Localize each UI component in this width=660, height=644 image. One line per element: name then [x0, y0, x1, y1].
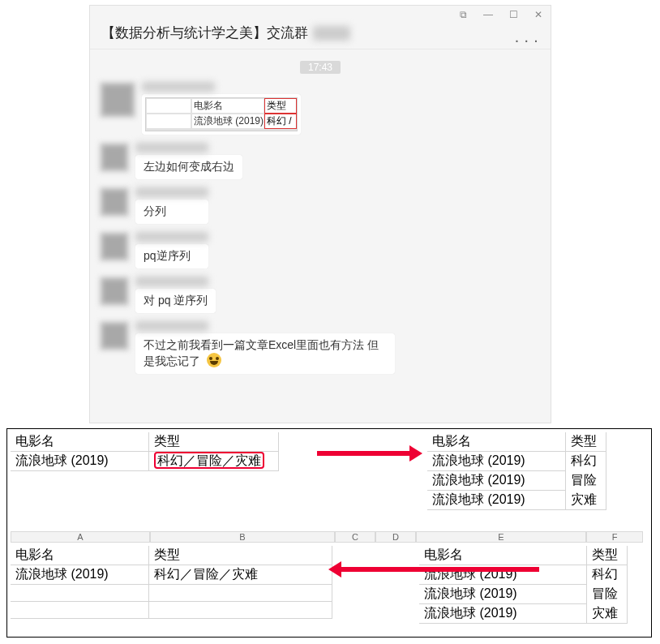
col-label: F — [586, 531, 643, 543]
chat-body: 17:43 电影名 类型 流浪地球 (2019) — [90, 49, 551, 389]
window-controls: ⧉ — ☐ ✕ — [90, 6, 551, 22]
minimize-icon[interactable]: — — [483, 9, 493, 20]
message-row: 左边如何变成右边 — [100, 143, 541, 179]
chat-window: ⧉ — ☐ ✕ 【数据分析与统计学之美】交流群 · · · 17:43 电影名 … — [89, 5, 551, 423]
sender-name-redacted — [135, 321, 208, 331]
td-type: 冒险 — [586, 585, 627, 604]
sender-name-redacted — [135, 187, 208, 197]
td-type: 灾难 — [586, 604, 627, 624]
col-label: D — [375, 531, 416, 543]
sender-name-redacted — [142, 82, 215, 92]
td-type: 灾难 — [565, 491, 606, 510]
chat-title-text: 【数据分析与统计学之美】交流群 — [101, 24, 308, 42]
timestamp-badge: 17:43 — [300, 61, 341, 74]
message-row: pq逆序列 — [100, 232, 541, 268]
td-name: 流浪地球 (2019) — [11, 565, 148, 585]
mini-cell-name: 流浪地球 (2019) — [191, 114, 264, 129]
chat-title: 【数据分析与统计学之美】交流群 — [90, 22, 551, 49]
excel-thumbnail: 电影名 类型 流浪地球 (2019) 科幻 / — [145, 97, 298, 131]
message-text: 不过之前我看到一篇文章Excel里面也有方法 但是我忘记了 — [144, 338, 379, 367]
col-label: A — [11, 531, 150, 543]
close-icon[interactable]: ✕ — [534, 9, 542, 20]
th-type: 类型 — [148, 546, 332, 565]
mini-cell-type: 科幻 / — [264, 114, 297, 129]
td-type: 科幻／冒险／灾难 — [148, 565, 332, 585]
sender-name-redacted — [135, 143, 208, 152]
th-name: 电影名 — [11, 546, 148, 565]
td-type: 科幻 — [586, 565, 627, 585]
avatar[interactable] — [100, 143, 129, 172]
td-name: 流浪地球 (2019) — [419, 604, 586, 624]
th-name: 电影名 — [11, 432, 148, 452]
avatar[interactable] — [100, 321, 129, 350]
message-bubble[interactable]: 对 pq 逆序列 — [135, 289, 216, 313]
mini-header-type: 类型 — [264, 98, 297, 114]
avatar[interactable] — [100, 82, 135, 118]
avatar[interactable] — [100, 277, 129, 306]
message-bubble-image[interactable]: 电影名 类型 流浪地球 (2019) 科幻 / — [142, 94, 301, 135]
message-row: 分列 — [100, 187, 541, 224]
message-bubble[interactable]: 分列 — [135, 200, 208, 224]
message-bubble[interactable]: pq逆序列 — [135, 244, 208, 268]
td-type: 科幻／冒险／灾难 — [148, 452, 278, 471]
sender-name-redacted — [135, 277, 208, 286]
message-row: 电影名 类型 流浪地球 (2019) 科幻 / — [100, 82, 541, 135]
maximize-icon[interactable]: ☐ — [509, 9, 518, 20]
message-bubble[interactable]: 左边如何变成右边 — [135, 155, 242, 179]
sender-name-redacted — [135, 232, 208, 242]
th-type: 类型 — [565, 432, 606, 452]
avatar[interactable] — [100, 187, 129, 217]
spreadsheet-col-headers: A B C D E F — [11, 531, 643, 543]
table-result-top: 电影名 类型 流浪地球 (2019) 科幻 流浪地球 (2019) 冒险 流浪地… — [427, 432, 606, 510]
table-result-bottom: 电影名 类型 流浪地球 (2019) 科幻 流浪地球 (2019) 冒险 流浪地… — [419, 546, 628, 624]
td-name: 流浪地球 (2019) — [11, 452, 148, 471]
th-type: 类型 — [148, 432, 278, 452]
td-name: 流浪地球 (2019) — [427, 491, 565, 510]
arrow-right-icon — [317, 451, 411, 456]
td-name: 流浪地球 (2019) — [427, 471, 565, 491]
mini-header-name: 电影名 — [191, 98, 264, 114]
table-source-top: 电影名 类型 流浪地球 (2019) 科幻／冒险／灾难 — [11, 432, 279, 471]
th-name: 电影名 — [427, 432, 565, 452]
pin-icon[interactable]: ⧉ — [460, 9, 467, 20]
th-name: 电影名 — [419, 546, 586, 565]
more-icon[interactable]: · · · — [516, 35, 539, 48]
col-label: E — [416, 531, 586, 543]
arrow-left-icon — [340, 567, 539, 572]
th-type: 类型 — [586, 546, 627, 565]
td-name: 流浪地球 (2019) — [419, 585, 586, 604]
avatar[interactable] — [100, 232, 129, 261]
message-row: 不过之前我看到一篇文章Excel里面也有方法 但是我忘记了 — [100, 321, 541, 374]
td-name: 流浪地球 (2019) — [427, 452, 565, 471]
diagram-panel: 电影名 类型 流浪地球 (2019) 科幻／冒险／灾难 电影名 类型 流浪地球 … — [6, 428, 652, 638]
td-type: 冒险 — [565, 471, 606, 491]
redacted-text — [313, 26, 350, 41]
col-label: C — [335, 531, 375, 543]
table-source-bottom: 电影名 类型 流浪地球 (2019) 科幻／冒险／灾难 — [11, 546, 332, 619]
td-type: 科幻 — [565, 452, 606, 471]
message-row: 对 pq 逆序列 — [100, 277, 541, 313]
col-label: B — [150, 531, 335, 543]
laugh-emoji-icon — [207, 353, 221, 367]
message-bubble[interactable]: 不过之前我看到一篇文章Excel里面也有方法 但是我忘记了 — [135, 333, 395, 374]
